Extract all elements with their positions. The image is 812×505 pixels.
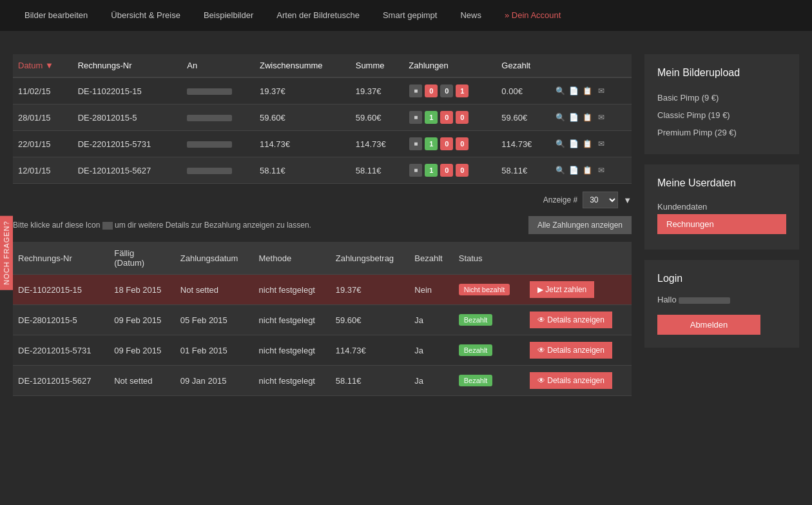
- abmelden-button[interactable]: Abmelden: [657, 315, 760, 335]
- cell-summe: 59.60€: [351, 104, 404, 131]
- show-all-payments-button[interactable]: Alle Zahlungen anzeigen: [528, 216, 632, 234]
- cell-rechnungs-nr: DE-11022015-15: [73, 77, 182, 104]
- details-button[interactable]: 👁 Details anzeigen: [530, 372, 612, 389]
- copy-icon[interactable]: 📋: [582, 138, 594, 150]
- bt-cell-betrag: 19.37€: [331, 275, 410, 305]
- cell-an: [182, 104, 255, 131]
- details-button[interactable]: 👁 Details anzeigen: [530, 342, 612, 359]
- mail-icon[interactable]: ✉: [595, 85, 607, 97]
- view-icon[interactable]: 🔍: [555, 85, 566, 97]
- cell-zwischensumme: 59.60€: [255, 104, 351, 131]
- bt-col-faellig: Fällig(Datum): [109, 242, 175, 275]
- bt-col-zahlungsdatum: Zahlungsdatum: [175, 242, 254, 275]
- cell-gezahlt: 114.73€: [496, 131, 550, 157]
- pagination-select[interactable]: 30 50 100: [583, 192, 618, 208]
- copy-icon[interactable]: 📋: [582, 112, 594, 123]
- cell-datum: 12/01/15: [13, 157, 73, 184]
- nav-dein-account[interactable]: » Dein Account: [493, 0, 572, 31]
- nav-smart-gepimpt[interactable]: Smart gepimpt: [371, 0, 449, 31]
- bt-cell-status: Bezahlt: [454, 305, 525, 335]
- bt-cell-status: Bezahlt: [454, 335, 525, 366]
- bt-cell-bezahlt: Ja: [409, 366, 453, 396]
- col-rechnungs-nr: Rechnungs-Nr: [73, 54, 182, 77]
- cell-zahlungen: ■100: [403, 104, 496, 131]
- bt-cell-action: ▶ Jetzt zahlen: [525, 275, 632, 305]
- cell-summe: 58.11€: [351, 157, 404, 184]
- feedback-tab[interactable]: NOCH FRAGEN?: [0, 215, 13, 290]
- bt-cell-action: 👁 Details anzeigen: [525, 335, 632, 366]
- cell-gezahlt: 58.11€: [496, 157, 550, 184]
- sidebar-login-title: Login: [657, 273, 786, 284]
- nav-news[interactable]: News: [449, 0, 493, 31]
- nav-bilder-bearbeiten[interactable]: Bilder bearbeiten: [13, 0, 99, 31]
- copy-icon[interactable]: 📋: [582, 164, 594, 176]
- bt-cell-zahlungsdatum: Not setted: [175, 275, 254, 305]
- cell-datum: 28/01/15: [13, 104, 73, 131]
- col-summe: Summe: [351, 54, 404, 77]
- sidebar-login-box: Login Hallo Abmelden: [644, 260, 799, 348]
- cell-summe: 19.37€: [351, 77, 404, 104]
- cell-zwischensumme: 58.11€: [255, 157, 351, 184]
- info-row: Bitte klicke auf diese Icon um dir weite…: [13, 216, 632, 234]
- bt-cell-betrag: 59.60€: [331, 305, 410, 335]
- sidebar-userdaten-box: Meine Userdaten Kundendaten Rechnungen: [644, 164, 799, 250]
- cell-an: [182, 77, 255, 104]
- upload-classic-pimp[interactable]: Classic Pimp (19 €): [657, 106, 786, 124]
- pagination-label: Anzeige #: [543, 195, 577, 204]
- main-content: Datum ▼ Rechnungs-Nr An Zwischensumme Su…: [13, 54, 632, 396]
- rechnungen-button[interactable]: Rechnungen: [657, 214, 786, 234]
- upload-basic-pimp[interactable]: Basic Pimp (9 €): [657, 89, 786, 106]
- doc-icon[interactable]: 📄: [568, 138, 580, 150]
- doc-icon[interactable]: 📄: [568, 164, 580, 176]
- col-datum[interactable]: Datum ▼: [13, 54, 73, 77]
- bt-cell-action: 👁 Details anzeigen: [525, 366, 632, 396]
- invoices-table: Datum ▼ Rechnungs-Nr An Zwischensumme Su…: [13, 54, 632, 184]
- bt-col-action: [525, 242, 632, 275]
- pay-button[interactable]: ▶ Jetzt zahlen: [530, 281, 594, 298]
- bt-cell-status: Bezahlt: [454, 366, 525, 396]
- bt-cell-methode: nicht festgelegt: [254, 305, 331, 335]
- cell-actions: 🔍 📄 📋 ✉: [550, 104, 632, 131]
- bt-cell-methode: nicht festgelegt: [254, 275, 331, 305]
- col-actions: [550, 54, 632, 77]
- nav-arten-bildretusche[interactable]: Arten der Bildretusche: [265, 0, 371, 31]
- mail-icon[interactable]: ✉: [595, 164, 607, 176]
- bt-cell-faellig: 09 Feb 2015: [109, 335, 175, 366]
- mail-icon[interactable]: ✉: [595, 112, 607, 123]
- main-nav: Bilder bearbeiten Übersicht & Preise Bei…: [0, 0, 812, 31]
- nav-beispielbilder[interactable]: Beispielbilder: [192, 0, 265, 31]
- cell-rechnungs-nr: DE-28012015-5: [73, 104, 182, 131]
- bt-cell-bezahlt: Ja: [409, 305, 453, 335]
- view-icon[interactable]: 🔍: [555, 112, 566, 123]
- col-an: An: [182, 54, 255, 77]
- bt-cell-rechnungs-nr: DE-11022015-15: [13, 275, 109, 305]
- payments-table: Rechnungs-Nr Fällig(Datum) Zahlungsdatum…: [13, 242, 632, 396]
- status-badge: Bezahlt: [459, 314, 493, 326]
- cell-rechnungs-nr: DE-12012015-5627: [73, 157, 182, 184]
- details-button[interactable]: 👁 Details anzeigen: [530, 312, 612, 328]
- view-icon[interactable]: 🔍: [555, 138, 566, 150]
- status-badge: Bezahlt: [459, 344, 493, 356]
- doc-icon[interactable]: 📄: [568, 112, 580, 123]
- pagination-arrow: ▼: [623, 195, 632, 205]
- bt-cell-bezahlt: Nein: [409, 275, 453, 305]
- bt-col-methode: Methode: [254, 242, 331, 275]
- status-badge: Nicht bezahlt: [459, 284, 510, 295]
- bt-cell-zahlungsdatum: 09 Jan 2015: [175, 366, 254, 396]
- cell-gezahlt: 59.60€: [496, 104, 550, 131]
- upload-premium-pimp[interactable]: Premium Pimp (29 €): [657, 124, 786, 141]
- view-icon[interactable]: 🔍: [555, 164, 566, 176]
- copy-icon[interactable]: 📋: [582, 85, 594, 97]
- col-zwischensumme: Zwischensumme: [255, 54, 351, 77]
- mail-icon[interactable]: ✉: [595, 138, 607, 150]
- bt-col-bezahlt: Bezahlt: [409, 242, 453, 275]
- bt-cell-betrag: 114.73€: [331, 335, 410, 366]
- bt-cell-action: 👁 Details anzeigen: [525, 305, 632, 335]
- nav-uebersicht-preise[interactable]: Übersicht & Preise: [99, 0, 192, 31]
- doc-icon[interactable]: 📄: [568, 85, 580, 97]
- col-gezahlt: Gezahlt: [496, 54, 550, 77]
- sidebar: Mein Bilderupload Basic Pimp (9 €) Class…: [644, 54, 799, 396]
- kundendaten-link[interactable]: Kundendaten: [657, 199, 786, 214]
- cell-gezahlt: 0.00€: [496, 77, 550, 104]
- cell-datum: 11/02/15: [13, 77, 73, 104]
